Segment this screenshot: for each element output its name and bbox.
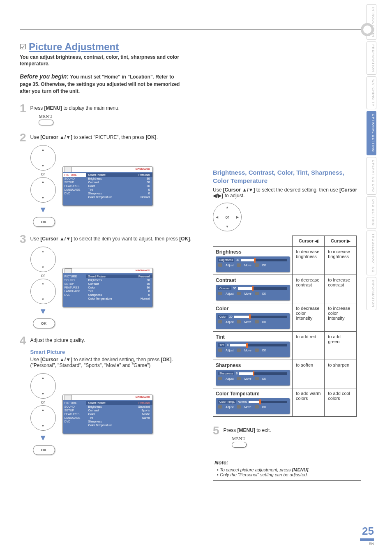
menu-val: Personal <box>138 275 150 278</box>
or-label: or <box>41 273 45 278</box>
menu-val: Game <box>142 416 150 419</box>
sp-line1-e: . <box>172 357 173 362</box>
menu-item: Tint <box>88 188 93 191</box>
effect-right: to increase contrast <box>325 275 357 303</box>
page-title: Picture Adjustment <box>29 41 119 53</box>
down-arrow-icon: ▼ <box>39 433 47 443</box>
menu-item: Sharpness <box>88 293 102 296</box>
adjust-bar: Sharpness0AdjustMoveOK <box>216 370 290 385</box>
setting-cell: TintTint0AdjustMoveOK <box>213 332 293 360</box>
step-2-text-a: Use <box>30 134 41 140</box>
rs-line-e: to adjust. <box>223 193 244 199</box>
cursor-pad-icon: ▲▼ <box>30 373 56 399</box>
menu-val: Movie <box>142 413 150 416</box>
setting-cell: BrightnessBrightness30AdjustMoveOK <box>213 247 293 275</box>
cursor-pad-icon: ▲▼◀▶ or <box>213 203 242 231</box>
step-4: 4 Adjust the picture quality. Smart Pict… <box>20 335 201 455</box>
tab-watching-tv[interactable]: WATCHING TV <box>367 76 376 109</box>
effect-right: to add green <box>325 332 357 360</box>
menu-val: Personal <box>138 173 150 176</box>
cursor-pad-icon: ▲▼ <box>30 145 56 171</box>
step-1: 1 Press [MENU] to display the main menu.… <box>20 103 201 125</box>
or-label: or <box>41 171 45 176</box>
before-you-begin: Before you begin: You must set "Home" in… <box>20 73 180 95</box>
menu-val: 0 <box>148 290 150 293</box>
effect-left: to soften <box>293 360 325 388</box>
menu-item: Brightness <box>88 177 102 180</box>
setting-name: Color Temperature <box>216 391 290 397</box>
menu-button-label: MENU <box>232 436 246 441</box>
setting-cell: ColorColor30AdjustMoveOK <box>213 303 293 332</box>
menu-item: Sharpness <box>88 420 102 423</box>
menu-item: Color <box>88 286 95 289</box>
menu-screenshot-picture-item: MAGNAVOX PICTURE SOUND SETUP FEATURES LA… <box>62 268 153 307</box>
step-1-menu: [MENU] <box>44 105 62 111</box>
menu-cat: DVD <box>65 192 84 195</box>
menu-item: Contrast <box>88 282 99 285</box>
menu-item: Contrast <box>88 409 99 412</box>
step-3-end: . <box>190 236 191 242</box>
tab-optional-setting[interactable]: OPTIONAL SETTING <box>367 111 376 155</box>
brand-label: MAGNAVOX <box>136 168 150 170</box>
menu-val: Normal <box>141 196 150 199</box>
step-4-text: Adjust the picture quality. <box>30 337 85 343</box>
menu-val: 60 <box>147 282 150 285</box>
menu-cat: SOUND <box>65 278 84 282</box>
menu-cat: FEATURES <box>65 286 84 289</box>
menu-val: 36 <box>147 286 150 289</box>
menu-cat-picture: PICTURE <box>63 173 86 177</box>
smart-picture-heading: Smart Picture <box>30 349 201 355</box>
effect-left: to decrease brightness <box>293 247 325 275</box>
th-cursor-right: Cursor ▶ <box>325 236 357 247</box>
tab-troubleshooting[interactable]: TROUBLESHOOTING <box>367 231 376 275</box>
down-arrow-icon: ▼ <box>39 307 47 316</box>
step-2-ok: [OK] <box>146 134 157 140</box>
cursor-pad-icon: ▲▼ <box>30 177 56 203</box>
menu-button-icon: MENU <box>232 436 247 448</box>
tab-information[interactable]: INFORMATION <box>367 277 376 310</box>
step-3-number: 3 <box>20 233 26 328</box>
setting-name: Tint <box>216 334 290 340</box>
page-bar <box>360 538 374 541</box>
step-5-number: 5 <box>213 425 219 448</box>
page-lang: EN <box>360 542 374 546</box>
step-3-ok: [OK] <box>179 236 190 242</box>
step-1-text-b: to display the main menu. <box>62 105 120 111</box>
step-2-end: . <box>157 134 158 140</box>
effect-left: to add warm colors <box>293 388 325 417</box>
step-5-menu: [MENU] <box>238 427 255 433</box>
adjust-bar: Contrast50AdjustMoveOK <box>216 285 290 300</box>
ok-button-icon: OK <box>33 217 55 227</box>
cursor-pad-icon: ▲▼ <box>30 405 56 431</box>
setting-cell: SharpnessSharpness0AdjustMoveOK <box>213 360 293 388</box>
menu-val: 0 <box>148 192 150 195</box>
adjust-bar: Tint0AdjustMoveOK <box>216 342 290 357</box>
brand-label: MAGNAVOX <box>136 269 150 272</box>
effect-left: to add red <box>293 332 325 360</box>
left-column: 1 Press [MENU] to display the main menu.… <box>20 103 201 481</box>
or-label: or <box>41 399 45 404</box>
step-4-number: 4 <box>20 335 26 455</box>
menu-cat: LANGUAGE <box>65 416 84 420</box>
sp-line1-d: [OK] <box>161 357 172 362</box>
effect-left: to decrease color intensity <box>293 303 325 332</box>
menu-item: Tint <box>88 416 93 419</box>
menu-cat: FEATURES <box>65 184 84 188</box>
tab-preparation[interactable]: PREPARATION <box>367 42 376 75</box>
menu-button-icon: MENU <box>39 114 53 125</box>
cursor-pad-icon: ▲▼ <box>30 279 56 304</box>
cursor-pad-icon: ▲▼ <box>30 247 56 272</box>
setting-name: Brightness <box>216 249 290 255</box>
menu-val: 0 <box>148 293 150 296</box>
menu-val: Sports <box>141 409 150 412</box>
menu-cat: PICTURE <box>65 275 84 278</box>
adjust-bar: Color Temp.NormalAdjustMoveOK <box>216 398 290 414</box>
header-divider <box>20 29 367 30</box>
tab-dvd-setting[interactable]: DVD SETTING <box>367 196 376 229</box>
menu-val: 30 <box>147 279 150 282</box>
note-item: Only the "Personal" setting can be adjus… <box>217 472 359 477</box>
tab-operating-dvd[interactable]: OPERATING DVD <box>367 157 376 195</box>
sp-line1-a: Use <box>30 357 41 362</box>
menu-val: 60 <box>147 181 150 184</box>
adjust-bar: Color30AdjustMoveOK <box>216 313 290 329</box>
